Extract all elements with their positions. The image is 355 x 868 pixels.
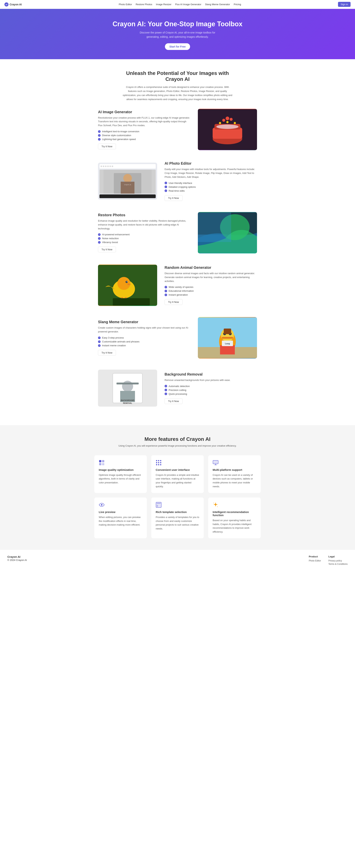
bullet-dot-pe-0 xyxy=(165,182,167,184)
card-title-intelligent-rec: Intelligent recommendation function xyxy=(213,510,256,517)
toolbar-dot-6 xyxy=(112,165,113,167)
more-features-section: More features of Crayon AI Using Crayon … xyxy=(0,425,355,550)
try-button-ai-image-generator[interactable]: Try It Now xyxy=(98,144,116,149)
bullet-dot-pe-1 xyxy=(165,186,167,188)
nav-link-slang-meme[interactable]: Slang Meme Generator xyxy=(205,3,230,6)
svg-rect-37 xyxy=(224,329,231,334)
nav-link-pricing[interactable]: Pricing xyxy=(234,3,241,6)
eye-icon xyxy=(99,502,105,508)
feature-text-restore-photos: Restore Photos Enhance image quality and… xyxy=(98,213,190,252)
bullet-dot-ra-0 xyxy=(165,286,167,288)
svg-point-25 xyxy=(127,281,127,282)
try-button-restore-photos[interactable]: Try It Now xyxy=(98,247,116,252)
svg-rect-60 xyxy=(160,464,161,465)
bullet-pe-2: Real-time edits xyxy=(165,189,257,192)
bullet-ra-2: Instant generation xyxy=(165,293,257,296)
hero-section: Crayon AI: Your One-Stop Image Toolbox D… xyxy=(0,9,355,59)
bullet-ra-1: Educational information xyxy=(165,289,257,292)
nav-brand-name: Crayon AI xyxy=(10,3,22,6)
feature-text-slang-meme: Slang Meme Generator Create custom image… xyxy=(98,320,190,355)
bullet-rp-0: AI-powered enhancement xyxy=(98,233,190,236)
svg-text:REMOVAL: REMOVAL xyxy=(123,402,132,404)
svg-rect-67 xyxy=(159,505,161,507)
feature-image-slang-meme: Laug xyxy=(198,317,257,359)
try-button-photo-editor[interactable]: Try It Now xyxy=(165,195,183,201)
bg-removal-mock: BACKGROUND REMOVAL xyxy=(98,370,157,407)
grid-icon-svg xyxy=(99,460,105,466)
monitor-icon-svg xyxy=(213,460,219,466)
feature-title-slang-meme: Slang Meme Generator xyxy=(98,320,190,324)
card-title-multi-platform: Multi-platform support xyxy=(213,468,256,471)
try-button-bg-removal[interactable]: Try It Now xyxy=(165,398,183,404)
svg-point-7 xyxy=(234,122,236,124)
intro-description: Crayon AI offers a comprehensive suite o… xyxy=(122,85,233,101)
nav-logo: Crayon AI xyxy=(4,2,22,6)
feature-desc-random-animal: Discover diverse animal images and facts… xyxy=(165,272,257,283)
sparkle-icon xyxy=(213,502,219,508)
bullet-sm-0: Easy 3-step process xyxy=(98,336,190,339)
toolbar-dot-3 xyxy=(105,165,106,167)
feature-title-random-animal: Random Animal Generator xyxy=(165,266,257,270)
bullet-sm-2: Instant meme creation xyxy=(98,344,190,347)
editor-canvas-illustration: crayon.ai xyxy=(99,169,156,194)
restore-image xyxy=(198,212,257,253)
card-desc-live-preview: When editing pictures, you can preview t… xyxy=(99,516,142,527)
feature-text-photo-editor: AI Photo Editor Easily edit your images … xyxy=(165,161,257,201)
footer-link-privacy[interactable]: Privacy policy xyxy=(328,559,348,562)
feature-row-restore-photos: Restore Photos Enhance image quality and… xyxy=(98,212,257,253)
grid-icon xyxy=(99,460,105,466)
bullet-rp-1: Noise reduction xyxy=(98,237,190,240)
hero-cta-button[interactable]: Start for Free xyxy=(165,43,190,50)
template-icon xyxy=(156,502,162,508)
svg-rect-52 xyxy=(156,460,157,461)
feature-row-photo-editor: AI Photo Editor Easily edit your images … xyxy=(98,161,257,201)
grid4-icon xyxy=(156,460,162,466)
feature-desc-photo-editor: Easily edit your images with intuitive t… xyxy=(165,167,257,179)
card-intelligent-rec: Intelligent recommendation function Base… xyxy=(208,497,261,538)
more-features-subtitle: Using Crayon AI, you will experience pow… xyxy=(94,444,261,448)
footer-link-terms[interactable]: Terms & Conditions xyxy=(328,563,348,565)
bullet-0: Intelligent text-to-image conversion xyxy=(98,130,190,133)
svg-rect-50 xyxy=(99,463,101,465)
feature-title-bg-removal: Background Removal xyxy=(165,372,257,376)
signin-button[interactable]: Sign in xyxy=(338,2,351,7)
bullet-dot-sm-1 xyxy=(98,340,101,343)
svg-rect-49 xyxy=(102,460,104,462)
svg-rect-36 xyxy=(222,337,233,339)
card-title-image-quality: Image quality optimization xyxy=(99,468,142,471)
hero-title: Crayon AI: Your One-Stop Image Toolbox xyxy=(4,20,351,28)
svg-point-0 xyxy=(4,2,8,6)
try-button-random-animal[interactable]: Try It Now xyxy=(165,299,183,305)
restore-illustration xyxy=(198,212,257,253)
nav-link-photo-editor[interactable]: Photo Editor xyxy=(119,3,132,6)
svg-rect-29 xyxy=(113,298,150,306)
svg-rect-51 xyxy=(102,463,104,465)
svg-text:Laug: Laug xyxy=(225,342,230,345)
svg-rect-58 xyxy=(156,464,157,465)
photo-editor-mock: crayon.ai xyxy=(98,163,157,199)
nav-link-flux-ai[interactable]: Flux AI Image Generator xyxy=(175,3,201,6)
footer-brand: Crayon AI © 2024 Crayon AI xyxy=(7,555,27,562)
toolbar-dot-1 xyxy=(101,165,102,167)
card-multi-platform: Multi-platform support Crayon AI can be … xyxy=(208,455,261,493)
feature-bullets-restore-photos: AI-powered enhancement Noise reduction V… xyxy=(98,233,190,244)
feature-image-random-animal xyxy=(98,265,157,306)
card-rich-template: Rich template selection Provides a varie… xyxy=(151,497,204,538)
footer-link-photo-editor[interactable]: Photo Editor xyxy=(309,559,321,562)
cake-image xyxy=(198,109,257,150)
bullet-dot-rp-0 xyxy=(98,233,101,236)
feature-title-restore-photos: Restore Photos xyxy=(98,213,190,217)
svg-point-8 xyxy=(216,124,238,129)
svg-rect-59 xyxy=(158,464,159,465)
grid4-icon-svg xyxy=(156,460,162,466)
nav-links: Photo Editor Restore Photos Image Resize… xyxy=(119,3,241,6)
nav-link-image-resizer[interactable]: Image Resizer xyxy=(156,3,171,6)
bullet-sm-1: Customizable animals and phrases xyxy=(98,340,190,343)
bg-removal-illustration: BACKGROUND REMOVAL xyxy=(98,370,157,407)
toolbar-dot-5 xyxy=(109,165,111,167)
feature-image-photo-editor: crayon.ai xyxy=(98,163,157,199)
svg-rect-62 xyxy=(214,461,218,463)
try-button-slang-meme[interactable]: Try It Now xyxy=(98,350,116,355)
nav-link-restore-photos[interactable]: Restore Photos xyxy=(136,3,152,6)
monitor-icon xyxy=(213,460,219,466)
